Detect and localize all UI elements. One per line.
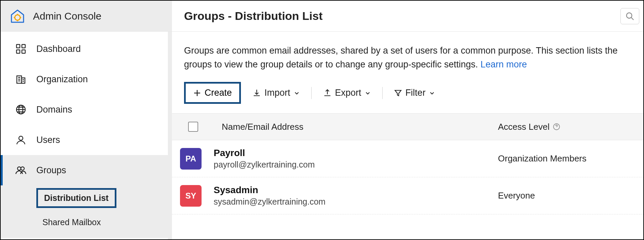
export-icon xyxy=(323,89,332,97)
group-avatar: PA xyxy=(180,148,202,170)
group-name: Payroll xyxy=(214,148,498,158)
export-label: Export xyxy=(335,88,361,98)
help-icon[interactable] xyxy=(553,123,560,130)
organization-icon xyxy=(15,73,27,85)
import-icon xyxy=(252,89,261,97)
chevron-down-icon xyxy=(294,90,300,96)
group-avatar: SY xyxy=(180,185,202,207)
sidebar-item-label: Dashboard xyxy=(36,44,81,54)
svg-point-9 xyxy=(19,136,23,140)
col-header-name[interactable]: Name/Email Address xyxy=(222,122,498,132)
plus-icon xyxy=(193,89,201,97)
create-label: Create xyxy=(205,88,232,98)
table-body: PA Payroll payroll@zylkertraining.com Or… xyxy=(172,140,643,214)
user-icon xyxy=(15,134,27,146)
subnav-shared-mailbox[interactable]: Shared Mailbox xyxy=(36,213,107,232)
import-label: Import xyxy=(264,88,290,98)
sidebar-item-label: Users xyxy=(36,135,60,145)
svg-rect-4 xyxy=(22,50,25,53)
group-access-level: Organization Members xyxy=(498,153,643,164)
toolbar-divider xyxy=(311,87,312,99)
sidebar-item-domains[interactable]: Domains xyxy=(1,94,168,125)
table-row[interactable]: SY Sysadmin sysadmin@zylkertraining.com … xyxy=(172,177,643,214)
sidebar-item-label: Organization xyxy=(36,74,88,85)
group-email: sysadmin@zylkertraining.com xyxy=(214,197,498,207)
svg-point-11 xyxy=(21,167,24,170)
sidebar-title: Admin Console xyxy=(33,10,101,22)
sidebar-item-organization[interactable]: Organization xyxy=(1,64,168,94)
chevron-down-icon xyxy=(365,90,371,96)
select-all-checkbox[interactable] xyxy=(188,122,198,132)
svg-rect-6 xyxy=(22,78,25,83)
svg-rect-1 xyxy=(16,44,20,48)
table-header: Name/Email Address Access Level xyxy=(172,113,643,140)
sidebar-item-groups[interactable]: Groups xyxy=(1,155,168,185)
import-button[interactable]: Import xyxy=(250,85,302,101)
admin-logo-icon xyxy=(9,8,26,24)
sidebar-subnav-groups: Distribution List Shared Mailbox xyxy=(1,185,168,238)
filter-icon xyxy=(394,89,402,97)
group-access-level: Everyone xyxy=(498,190,643,201)
main-content: Groups - Distribution List Groups are co… xyxy=(172,1,643,239)
create-button[interactable]: Create xyxy=(184,82,241,104)
learn-more-link[interactable]: Learn more xyxy=(480,59,527,69)
group-name: Sysadmin xyxy=(214,185,498,196)
filter-button[interactable]: Filter xyxy=(392,85,437,101)
toolbar-divider xyxy=(382,87,383,99)
subnav-distribution-list[interactable]: Distribution List xyxy=(36,188,116,208)
svg-point-0 xyxy=(15,15,20,20)
sidebar: Admin Console Dashboard xyxy=(1,1,172,239)
description-text: Groups are common email addresses, share… xyxy=(184,46,618,69)
chevron-down-icon xyxy=(429,90,435,96)
sidebar-header: Admin Console xyxy=(1,1,172,32)
sidebar-item-users[interactable]: Users xyxy=(1,125,168,155)
main-header: Groups - Distribution List xyxy=(172,1,643,32)
col-header-access[interactable]: Access Level xyxy=(498,122,549,132)
sidebar-item-label: Domains xyxy=(36,104,72,115)
table-row[interactable]: PA Payroll payroll@zylkertraining.com Or… xyxy=(172,140,643,177)
toolbar: Create Import Export xyxy=(172,79,643,113)
sidebar-item-label: Groups xyxy=(36,165,66,176)
export-button[interactable]: Export xyxy=(321,85,373,101)
groups-icon xyxy=(15,164,27,176)
group-email: payroll@zylkertraining.com xyxy=(214,160,498,170)
dashboard-icon xyxy=(15,43,27,55)
svg-rect-3 xyxy=(16,50,20,53)
globe-icon xyxy=(15,103,27,116)
svg-point-10 xyxy=(17,167,21,170)
sidebar-nav: Dashboard Organization Domains xyxy=(1,32,172,239)
search-input[interactable] xyxy=(620,8,639,24)
page-description: Groups are common email addresses, share… xyxy=(172,32,643,79)
sidebar-item-dashboard[interactable]: Dashboard xyxy=(1,34,168,64)
svg-rect-2 xyxy=(22,44,25,48)
svg-point-12 xyxy=(627,13,632,18)
filter-label: Filter xyxy=(405,88,426,98)
page-title: Groups - Distribution List xyxy=(184,9,323,23)
